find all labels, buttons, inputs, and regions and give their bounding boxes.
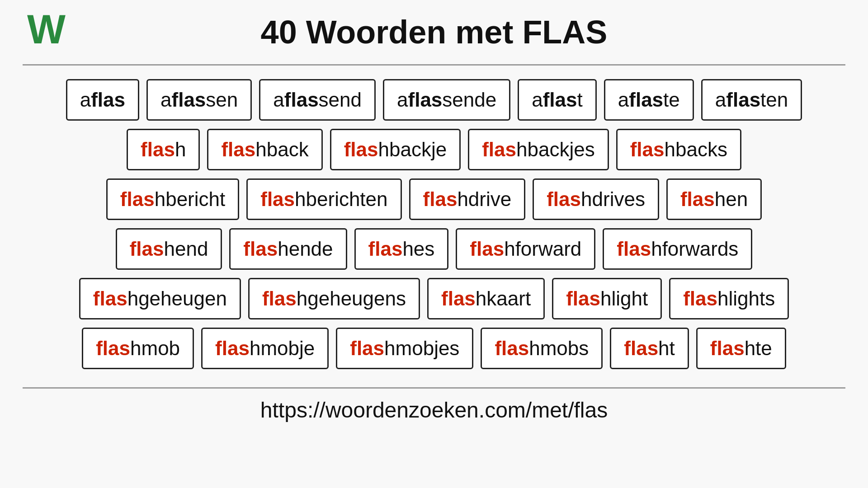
footer-url: https://woordenzoeken.com/met/flas bbox=[260, 398, 608, 422]
word-box: flashgeheugens bbox=[248, 278, 420, 319]
word-box: flashdrives bbox=[533, 178, 659, 220]
word-box: flashende bbox=[229, 228, 347, 270]
word-box: aflaste bbox=[604, 79, 694, 121]
word-row: flashmobflashmobjeflashmobjesflashmobsfl… bbox=[23, 328, 845, 369]
word-box: aflassende bbox=[383, 79, 510, 121]
word-box: flashend bbox=[116, 228, 222, 270]
word-box: flashes bbox=[354, 228, 449, 270]
page-title: 40 Woorden met FLAS bbox=[261, 14, 608, 51]
word-box: aflast bbox=[518, 79, 597, 121]
logo: W bbox=[27, 9, 66, 50]
word-box: flashgeheugen bbox=[79, 278, 241, 319]
word-box: flasht bbox=[610, 328, 689, 369]
word-box: aflassend bbox=[259, 79, 376, 121]
word-row: flashflashbackflashbackjeflashbackjesfla… bbox=[23, 129, 845, 170]
word-box: aflassen bbox=[146, 79, 252, 121]
word-box: flashforward bbox=[456, 228, 595, 270]
word-row: flashgeheugenflashgeheugensflashkaartfla… bbox=[23, 278, 845, 319]
word-box: flashlight bbox=[552, 278, 662, 319]
word-box: flashbackjes bbox=[468, 129, 609, 170]
word-box: flashbackje bbox=[330, 129, 461, 170]
word-box: flashmobjes bbox=[336, 328, 473, 369]
word-box: flash bbox=[127, 129, 200, 170]
word-box: flashback bbox=[207, 129, 322, 170]
word-box: flashlights bbox=[669, 278, 789, 319]
word-box: flashbacks bbox=[616, 129, 741, 170]
word-box: aflasten bbox=[701, 79, 802, 121]
words-container: aflasaflassenaflassendaflassendeaflastaf… bbox=[23, 79, 845, 378]
word-box: flashen bbox=[666, 178, 762, 220]
word-box: flashbericht bbox=[106, 178, 239, 220]
word-row: flashendflashendeflashesflashforwardflas… bbox=[23, 228, 845, 270]
word-box: flashforwards bbox=[603, 228, 752, 270]
word-row: flashberichtflashberichtenflashdriveflas… bbox=[23, 178, 845, 220]
word-box: flashdrive bbox=[409, 178, 526, 220]
bottom-divider bbox=[23, 387, 845, 389]
word-box: flashte bbox=[696, 328, 786, 369]
word-box: aflas bbox=[66, 79, 139, 121]
word-box: flashmobs bbox=[481, 328, 603, 369]
header: W 40 Woorden met FLAS bbox=[0, 0, 868, 60]
top-divider bbox=[23, 64, 845, 66]
word-box: flashmobje bbox=[201, 328, 329, 369]
word-box: flashberichten bbox=[246, 178, 401, 220]
word-row: aflasaflassenaflassendaflassendeaflastaf… bbox=[23, 79, 845, 121]
word-box: flashkaart bbox=[427, 278, 545, 319]
word-box: flashmob bbox=[82, 328, 194, 369]
